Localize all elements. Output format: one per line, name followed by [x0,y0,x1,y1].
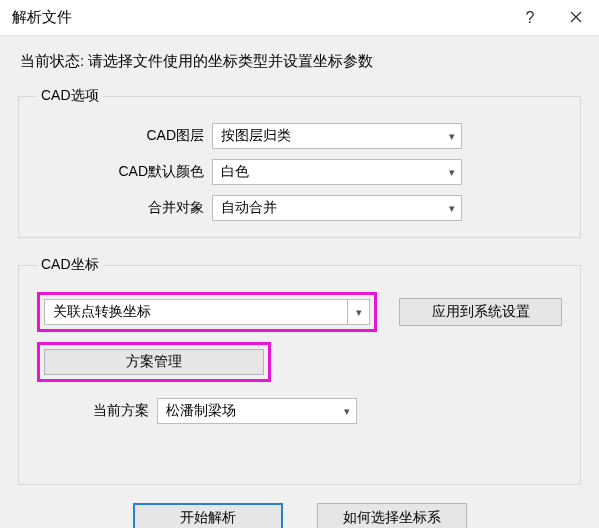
titlebar: 解析文件 ? [0,0,599,36]
how-to-choose-label: 如何选择坐标系 [343,509,441,527]
chevron-down-icon: ▾ [449,130,455,143]
label-cad-color: CAD默认颜色 [37,163,212,181]
scheme-manage-row: 方案管理 [37,342,562,382]
scheme-manage-button[interactable]: 方案管理 [44,349,264,375]
status-line: 当前状态: 请选择文件使用的坐标类型并设置坐标参数 [20,52,581,71]
chevron-down-icon: ▾ [449,166,455,179]
select-cad-layer[interactable]: 按图层归类 ▾ [212,123,462,149]
row-cad-color: CAD默认颜色 白色 ▾ [37,159,562,185]
window-title: 解析文件 [12,8,507,27]
chevron-down-icon: ▾ [449,202,455,215]
row-cad-layer: CAD图层 按图层归类 ▾ [37,123,562,149]
cad-coord-group: CAD坐标 关联点转换坐标 ▾ 应用到系统设置 方案管理 当前方案 松 [18,256,581,485]
apply-to-system-button[interactable]: 应用到系统设置 [399,298,562,326]
coord-top-row: 关联点转换坐标 ▾ 应用到系统设置 [37,292,562,332]
highlight-transform-select: 关联点转换坐标 ▾ [37,292,377,332]
chevron-down-icon: ▾ [344,405,350,418]
cad-options-legend: CAD选项 [37,87,103,105]
row-merge: 合并对象 自动合并 ▾ [37,195,562,221]
select-current-scheme-value: 松潘制梁场 [166,402,236,420]
select-coord-transform-value: 关联点转换坐标 [45,303,151,321]
start-parse-button[interactable]: 开始解析 [133,503,283,528]
apply-to-system-label: 应用到系统设置 [432,303,530,321]
footer-buttons: 开始解析 如何选择坐标系 [18,503,581,528]
current-scheme-label: 当前方案 [37,402,157,420]
client-area: 当前状态: 请选择文件使用的坐标类型并设置坐标参数 CAD选项 CAD图层 按图… [0,36,599,528]
label-merge: 合并对象 [37,199,212,217]
select-coord-transform[interactable]: 关联点转换坐标 ▾ [44,299,370,325]
close-icon [570,8,582,28]
label-cad-layer: CAD图层 [37,127,212,145]
how-to-choose-button[interactable]: 如何选择坐标系 [317,503,467,528]
chevron-down-icon: ▾ [347,300,369,324]
select-cad-color-value: 白色 [221,163,249,181]
close-button[interactable] [553,0,599,36]
start-parse-label: 开始解析 [180,509,236,527]
scheme-manage-label: 方案管理 [126,353,182,371]
select-merge[interactable]: 自动合并 ▾ [212,195,462,221]
select-cad-layer-value: 按图层归类 [221,127,291,145]
highlight-scheme-manage: 方案管理 [37,342,271,382]
select-current-scheme[interactable]: 松潘制梁场 ▾ [157,398,357,424]
current-scheme-row: 当前方案 松潘制梁场 ▾ [37,398,562,424]
cad-options-group: CAD选项 CAD图层 按图层归类 ▾ CAD默认颜色 白色 ▾ 合并对象 自动… [18,87,581,238]
help-button[interactable]: ? [507,0,553,36]
select-cad-color[interactable]: 白色 ▾ [212,159,462,185]
cad-coord-legend: CAD坐标 [37,256,103,274]
select-merge-value: 自动合并 [221,199,277,217]
